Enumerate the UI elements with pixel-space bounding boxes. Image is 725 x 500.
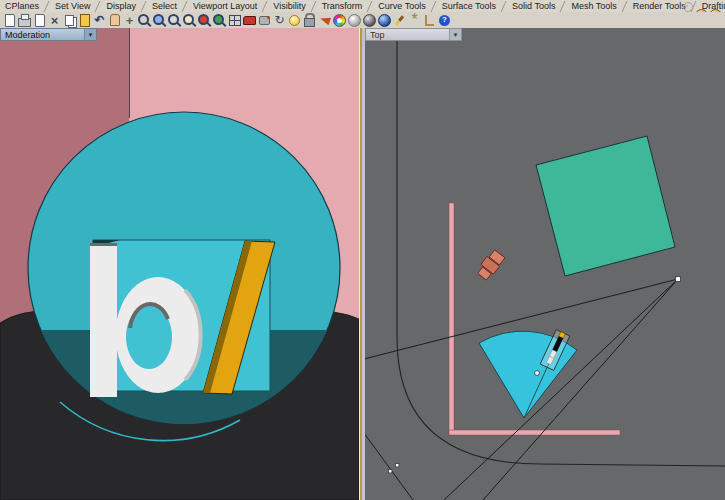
delete-icon[interactable]: × (47, 12, 62, 28)
menu-tab-set-view[interactable]: Set View (47, 0, 98, 12)
camera-target-marker[interactable] (676, 277, 681, 282)
move-icon[interactable]: + (122, 12, 137, 28)
viewport-title-right: Top (366, 29, 449, 40)
material-sphere-dark-icon[interactable] (362, 12, 377, 28)
new-file-icon[interactable] (2, 12, 17, 28)
viewport-title-tab-left[interactable]: Moderation ▼ (0, 28, 97, 41)
render-sphere-icon[interactable] (377, 12, 392, 28)
menu-tab-surface-tools[interactable]: Surface Tools (434, 0, 504, 12)
pink-wall-bar-horizontal (449, 430, 620, 435)
axis-point-marker[interactable] (535, 371, 540, 376)
viewport-dropdown-left[interactable]: ▼ (84, 29, 96, 40)
menu-tab-visibility[interactable]: Visibility (265, 0, 313, 12)
pan-icon[interactable] (107, 12, 122, 28)
viewport-top[interactable]: Top ▼ (365, 28, 725, 500)
material-sphere-light-icon[interactable] (347, 12, 362, 28)
pink-wall-bar-vertical (449, 203, 454, 435)
corner-point-marker-1[interactable] (389, 470, 392, 473)
spotlight-icon[interactable] (317, 12, 332, 28)
color-wheel-icon[interactable] (332, 12, 347, 28)
menu-tab-transform[interactable]: Transform (314, 0, 371, 12)
viewport-rendered[interactable]: Moderation ▼ (0, 28, 359, 500)
open-file-icon[interactable] (32, 12, 47, 28)
menu-tab-solid-tools[interactable]: Solid Tools (504, 0, 563, 12)
letter-b-stem (90, 243, 117, 397)
menu-tab-select[interactable]: Select (144, 0, 185, 12)
shaded-view-icon[interactable] (242, 12, 257, 28)
menu-tab-curve-tools[interactable]: Curve Tools (370, 0, 433, 12)
undo-icon[interactable]: ↶ (92, 12, 107, 28)
zoom-window-icon[interactable] (182, 12, 197, 28)
corner-point-marker-2[interactable] (396, 464, 399, 467)
zoom-extents-icon[interactable] (212, 12, 227, 28)
zoom-icon[interactable] (137, 12, 152, 28)
pointer-icon[interactable] (422, 12, 437, 28)
menu-tab-mesh-tools[interactable]: Mesh Tools (563, 0, 624, 12)
rhino-window: CPlanesSet ViewDisplaySelectViewport Lay… (0, 0, 725, 500)
render-preview-icon[interactable] (257, 12, 272, 28)
viewport-title-tab-right[interactable]: Top ▼ (365, 28, 462, 41)
copy-icon[interactable] (62, 12, 77, 28)
tab-options-gear-icon[interactable] (683, 2, 693, 12)
viewport-grid-icon[interactable] (227, 12, 242, 28)
menu-tab-viewport-layout[interactable]: Viewport Layout (185, 0, 265, 12)
menu-tab-display[interactable]: Display (98, 0, 144, 12)
menu-tab-cplanes[interactable]: CPlanes (0, 0, 47, 12)
settings-gear-icon[interactable]: * (407, 12, 422, 28)
paintbrush-icon[interactable] (392, 12, 407, 28)
help-icon[interactable] (437, 12, 452, 28)
zoom-plus-icon[interactable] (152, 12, 167, 28)
lightbulb-icon[interactable] (287, 12, 302, 28)
letter-b-top-bevel (90, 243, 117, 246)
viewport-dropdown-right[interactable]: ▼ (449, 29, 461, 40)
main-toolbar: ×↶+↻* (0, 12, 725, 28)
rotate-view-icon[interactable]: ↻ (272, 12, 287, 28)
zoom-selected-icon[interactable] (197, 12, 212, 28)
print-icon[interactable] (17, 12, 32, 28)
paste-icon[interactable] (77, 12, 92, 28)
top-view-canvas[interactable] (365, 28, 725, 500)
zoom-dynamic-icon[interactable] (167, 12, 182, 28)
rendered-scene-canvas[interactable] (0, 28, 359, 500)
viewport-title-left: Moderation (1, 29, 84, 40)
lock-icon[interactable] (302, 12, 317, 28)
